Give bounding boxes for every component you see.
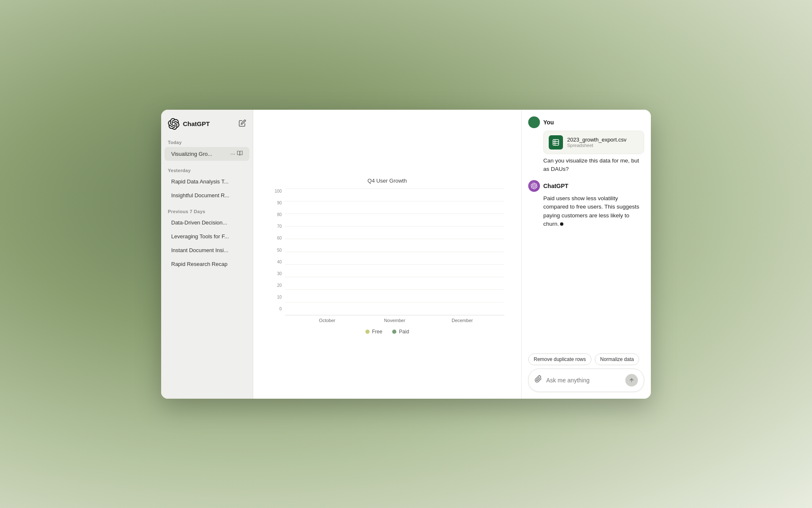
chatgpt-avatar <box>528 180 540 192</box>
app-title: ChatGPT <box>183 120 210 127</box>
sidebar: ChatGPT Today Visualizing Gro... ··· <box>161 110 253 399</box>
legend-label-free: Free <box>372 329 383 335</box>
send-button[interactable] <box>625 374 638 387</box>
chat-messages: You 2023_growth_export.csv Spreadsheet <box>528 116 644 353</box>
y-label-70: 70 <box>270 224 282 229</box>
section-yesterday: Yesterday <box>161 165 253 175</box>
x-label-october: October <box>311 318 344 323</box>
bars-container <box>285 189 504 315</box>
x-label-november: November <box>378 318 411 323</box>
y-label-0: 0 <box>270 307 282 311</box>
legend-paid: Paid <box>392 329 409 335</box>
y-axis: 0 10 20 30 40 50 60 70 80 90 100 <box>270 189 285 323</box>
chat-item-label: Insightful Document R... <box>171 192 229 199</box>
new-chat-button[interactable] <box>239 119 246 129</box>
chart-area: Q4 User Growth 0 10 20 30 40 50 60 70 80… <box>253 110 521 399</box>
sidebar-item-rapid-data[interactable]: Rapid Data Analysis T... <box>164 175 249 188</box>
x-labels: October November December <box>285 315 504 323</box>
chat-input-field[interactable] <box>546 377 621 384</box>
attach-icon[interactable] <box>534 375 542 385</box>
y-label-100: 100 <box>270 189 282 193</box>
archive-icon[interactable] <box>237 150 243 157</box>
sidebar-header: ChatGPT <box>161 116 253 137</box>
svg-rect-0 <box>553 139 559 145</box>
main-content: Q4 User Growth 0 10 20 30 40 50 60 70 80… <box>253 110 521 399</box>
message-sender-bot: ChatGPT <box>528 180 644 192</box>
dots-menu-icon[interactable]: ··· <box>230 150 235 157</box>
chip-remove-duplicates[interactable]: Remove duplicate rows <box>528 353 591 365</box>
grid-area <box>285 189 504 315</box>
chat-item-actions: ··· <box>230 150 243 157</box>
chart-title: Q4 User Growth <box>270 178 504 184</box>
chat-item-label: Leveraging Tools for F... <box>171 233 229 240</box>
chart-container: Q4 User Growth 0 10 20 30 40 50 60 70 80… <box>270 178 504 335</box>
y-label-40: 40 <box>270 260 282 264</box>
y-label-50: 50 <box>270 248 282 253</box>
chat-item-label: Visualizing Gro... <box>171 151 229 157</box>
suggestion-chips: Remove duplicate rows Normalize data <box>528 353 644 365</box>
sidebar-item-instant-doc[interactable]: Instant Document Insi... <box>164 244 249 257</box>
legend-dot-free <box>365 330 370 334</box>
user-message-text: Can you visualize this data for me, but … <box>543 157 644 174</box>
chatgpt-logo-icon <box>168 118 180 130</box>
file-name: 2023_growth_export.csv <box>567 137 627 143</box>
chat-item-label: Data-Driven Decision... <box>171 219 227 226</box>
chat-item-label: Instant Document Insi... <box>171 247 229 253</box>
sender-name-bot: ChatGPT <box>543 183 568 189</box>
y-label-20: 20 <box>270 283 282 288</box>
chart-plot: October November December <box>285 189 504 323</box>
legend-dot-paid <box>392 330 396 334</box>
chat-item-label: Rapid Data Analysis T... <box>171 178 229 185</box>
y-label-80: 80 <box>270 212 282 217</box>
app-window: ChatGPT Today Visualizing Gro... ··· <box>161 110 651 399</box>
message-block-bot: ChatGPT Paid users show less volatility … <box>528 180 644 228</box>
message-sender-user: You <box>528 116 644 128</box>
y-label-30: 30 <box>270 271 282 276</box>
chat-panel: You 2023_growth_export.csv Spreadsheet <box>521 110 651 399</box>
sidebar-item-data-driven[interactable]: Data-Driven Decision... <box>164 216 249 229</box>
typing-indicator <box>560 222 563 226</box>
spreadsheet-icon <box>549 135 563 150</box>
file-type: Spreadsheet <box>567 143 627 148</box>
message-block-user: You 2023_growth_export.csv Spreadsheet <box>528 116 644 174</box>
section-today: Today <box>161 137 253 147</box>
sender-name-user: You <box>543 119 554 126</box>
legend-free: Free <box>365 329 383 335</box>
y-label-10: 10 <box>270 295 282 299</box>
bot-message-text: Paid users show less volatility compared… <box>543 194 644 228</box>
chat-input-area <box>528 369 644 392</box>
section-previous-7-days: Previous 7 Days <box>161 206 253 216</box>
sidebar-item-leveraging-tools[interactable]: Leveraging Tools for F... <box>164 230 249 243</box>
chip-normalize-data[interactable]: Normalize data <box>595 353 640 365</box>
chat-item-label: Rapid Research Recap <box>171 261 227 267</box>
file-info: 2023_growth_export.csv Spreadsheet <box>567 137 627 148</box>
legend-label-paid: Paid <box>399 329 409 335</box>
user-avatar <box>528 116 540 128</box>
y-label-90: 90 <box>270 201 282 205</box>
sidebar-item-rapid-research[interactable]: Rapid Research Recap <box>164 258 249 271</box>
sidebar-item-insightful-doc[interactable]: Insightful Document R... <box>164 189 249 202</box>
logo-area: ChatGPT <box>168 118 210 130</box>
y-label-60: 60 <box>270 236 282 240</box>
chart-wrapper: 0 10 20 30 40 50 60 70 80 90 100 <box>270 189 504 323</box>
file-attachment[interactable]: 2023_growth_export.csv Spreadsheet <box>543 131 644 154</box>
x-label-december: December <box>445 318 479 323</box>
chart-legend: Free Paid <box>270 329 504 335</box>
sidebar-item-visualizing-growth[interactable]: Visualizing Gro... ··· <box>164 147 249 161</box>
